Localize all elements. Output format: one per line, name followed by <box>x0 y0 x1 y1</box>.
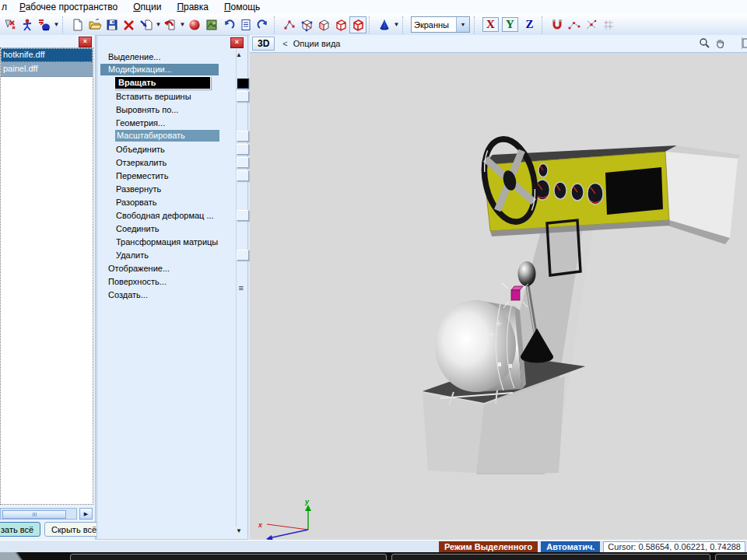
axis-x-button[interactable]: X <box>482 17 499 32</box>
scrollbar-track[interactable] <box>0 508 77 520</box>
polygons-mode-icon[interactable] <box>315 16 332 33</box>
magnet-snap-icon[interactable] <box>549 16 566 33</box>
command-item[interactable]: Вставить вершины <box>97 89 237 103</box>
zoom-tool-icon[interactable] <box>698 37 711 50</box>
selection-mode-indicator[interactable]: Режим Выделенного <box>439 541 538 552</box>
taskbar-button[interactable] <box>70 554 387 560</box>
file-item[interactable]: painel.dff <box>1 62 93 77</box>
menu-item-2[interactable]: Опции <box>125 1 169 14</box>
command-option-box[interactable] <box>237 157 249 168</box>
command-option-box[interactable] <box>237 250 249 261</box>
vertices-mode-icon[interactable] <box>281 16 298 33</box>
cursor-coordinates: Cursor: 0.58654, 0.06221, 0.74288 <box>603 541 745 553</box>
menu-item-4[interactable]: Помощь <box>216 1 268 14</box>
view-mode-button[interactable]: 3D <box>252 37 275 51</box>
export-icon[interactable] <box>162 16 179 33</box>
export-dropdown-caret-icon[interactable]: ▼ <box>179 21 186 28</box>
command-item[interactable]: Переместить <box>97 169 237 182</box>
clipped-tool-icon <box>742 37 747 49</box>
command-option-box[interactable] <box>237 170 249 181</box>
redo-icon[interactable] <box>254 16 272 33</box>
command-item[interactable]: Вращать <box>97 76 237 89</box>
log-icon[interactable] <box>237 16 254 33</box>
toolbar-separator <box>62 16 66 33</box>
view-options-label[interactable]: Опции вида <box>293 39 341 48</box>
menu-item-1[interactable]: Рабочее пространство <box>12 1 125 14</box>
import-dropdown-caret-icon[interactable]: ▼ <box>155 21 162 28</box>
scroll-right-arrow-icon[interactable]: ▶ <box>79 508 93 520</box>
taskbar-button[interactable] <box>715 554 747 560</box>
command-option-box[interactable] <box>237 78 249 89</box>
command-item[interactable]: Модификации... <box>97 63 237 76</box>
texture-browser-icon[interactable]: c <box>203 16 220 33</box>
command-item[interactable]: Развернуть <box>97 182 237 195</box>
command-item[interactable]: Разорвать <box>97 195 237 208</box>
bones-figure-icon[interactable] <box>19 16 36 33</box>
menu-item-3[interactable]: Правка <box>169 1 216 14</box>
object-filter-icon[interactable] <box>36 16 53 33</box>
command-item[interactable]: Масштабировать <box>97 129 237 142</box>
open-file-icon[interactable] <box>86 16 103 33</box>
axis-label-y: y <box>304 498 310 506</box>
horizontal-scrollbar[interactable]: ▶ <box>0 507 94 520</box>
edges-mode-icon[interactable] <box>298 16 315 33</box>
menu-item-0[interactable]: л <box>0 1 12 14</box>
viewport-3d[interactable]: 3D < Опции вида <box>250 35 747 541</box>
cone-axes-icon[interactable] <box>376 16 393 33</box>
command-option-box[interactable] <box>237 131 249 142</box>
command-label: Масштабировать <box>115 130 219 142</box>
undo-icon[interactable] <box>220 16 237 33</box>
snap-edges-icon[interactable] <box>583 16 600 33</box>
toolbar: ▼ ▼ ▼ c <box>0 14 747 36</box>
command-item[interactable]: Свободная деформац ... <box>97 208 237 222</box>
viewport-canvas[interactable]: y x z <box>250 53 747 541</box>
selection-filter-icon[interactable] <box>2 16 19 33</box>
command-label: Создать... <box>108 290 148 299</box>
command-option-box[interactable] <box>237 91 249 102</box>
taskbar-button[interactable] <box>391 554 710 560</box>
toolbar-separator <box>542 16 545 33</box>
file-list: hotknife.dffpainel.dff <box>0 47 93 505</box>
scrollbar-thumb[interactable] <box>2 510 66 519</box>
import-icon[interactable] <box>138 16 155 33</box>
pan-hand-icon[interactable] <box>714 37 727 50</box>
close-icon[interactable]: × <box>79 37 92 47</box>
command-item[interactable]: Трансформация матрицы <box>97 235 237 248</box>
chevron-down-icon[interactable]: ▼ <box>456 17 469 32</box>
delete-icon[interactable] <box>121 16 138 33</box>
objects-mode-icon[interactable] <box>332 16 349 33</box>
command-item[interactable]: Соединить <box>97 222 237 235</box>
close-icon[interactable]: × <box>230 37 244 48</box>
selected-mode-icon[interactable] <box>349 16 366 33</box>
axis-y-button[interactable]: Y <box>502 17 518 32</box>
axis-z-button[interactable]: Z <box>521 17 538 32</box>
auto-mode-indicator[interactable]: Автоматич. <box>541 541 600 552</box>
reference-frame-select[interactable]: Экранны ▼ <box>411 16 470 33</box>
command-item[interactable]: Отображение... <box>97 261 237 275</box>
scroll-grip-icon[interactable]: ≡ <box>239 283 244 292</box>
file-item[interactable]: hotknife.dff <box>1 48 93 62</box>
material-editor-icon[interactable] <box>186 16 203 33</box>
command-item[interactable]: Поверхность... <box>97 275 237 288</box>
command-item[interactable]: Геометрия... <box>97 116 237 129</box>
show-all-button[interactable]: зать всё <box>0 522 40 537</box>
command-item[interactable]: Выделение... <box>97 50 237 63</box>
shifter-knob[interactable] <box>518 261 536 286</box>
command-option-box[interactable] <box>237 210 249 221</box>
command-item[interactable]: Выровнять по... <box>97 103 237 116</box>
command-option-box[interactable] <box>237 144 249 155</box>
collapse-options-button[interactable]: < <box>282 39 287 48</box>
command-item[interactable]: Отзеркалить <box>97 156 237 169</box>
command-item[interactable]: Удалить <box>97 248 237 261</box>
save-file-icon[interactable] <box>103 16 121 33</box>
dashboard-screen[interactable] <box>605 167 663 215</box>
new-file-icon[interactable] <box>69 16 86 33</box>
dropdown-caret-icon[interactable]: ▼ <box>53 21 60 28</box>
scroll-down-icon[interactable]: ▼ <box>236 527 242 534</box>
hide-all-button[interactable]: Скрыть всё <box>44 522 103 537</box>
command-item[interactable]: Создать... <box>97 288 237 301</box>
cone-dropdown-caret-icon[interactable]: ▼ <box>393 21 400 28</box>
command-item[interactable]: Объединить <box>97 142 237 156</box>
snap-grid-icon[interactable] <box>600 16 617 33</box>
snap-vertices-icon[interactable] <box>566 16 583 33</box>
